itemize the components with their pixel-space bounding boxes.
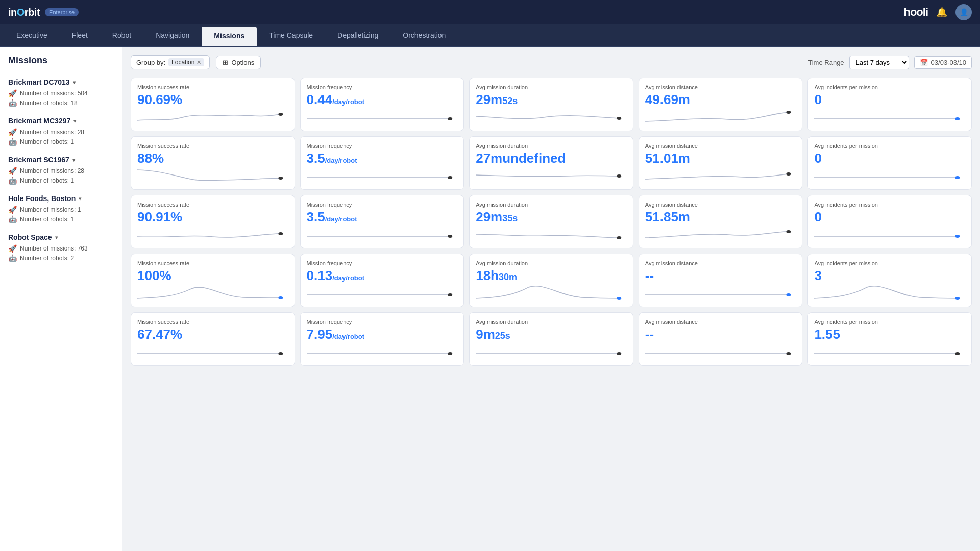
location-name-0[interactable]: Brickmart DC7013 ▾ — [8, 78, 114, 86]
tab-timecapsule[interactable]: Time Capsule — [257, 24, 325, 46]
metric-label-3-0: Mission success rate — [137, 260, 288, 266]
metric-card-4-3: Avg mission distance-- — [639, 312, 803, 366]
svg-point-11 — [448, 235, 452, 238]
svg-point-24 — [955, 352, 960, 355]
sidebar: Missions Brickmart DC7013 ▾ 🚀 Number of … — [0, 47, 122, 551]
metric-card-1-4: Avg incidents per mission0 — [807, 136, 972, 190]
metric-value-4-1: 7.95/day/robot — [307, 327, 458, 342]
suffix-val: /day/robot — [332, 333, 364, 340]
metric-value-2-3: 51.85m — [645, 210, 796, 224]
metric-card-1-1: Mission frequency3.5/day/robot — [300, 136, 464, 190]
close-group-icon[interactable]: ✕ — [197, 59, 201, 66]
location-label-2: Brickmart SC1967 — [8, 156, 69, 164]
metric-label-1-4: Avg incidents per mission — [814, 143, 965, 149]
metric-value-1-0: 88% — [137, 151, 288, 166]
metric-label-3-4: Avg incidents per mission — [814, 260, 965, 266]
metric-card-0-4: Avg incidents per mission0 — [807, 78, 972, 131]
tab-orchestration[interactable]: Orchestration — [390, 24, 458, 46]
sidebar-location-3: Hole Foods, Boston ▾ 🚀 Number of mission… — [0, 190, 122, 229]
value-main: 0.13 — [307, 268, 333, 283]
svg-point-7 — [617, 174, 622, 178]
chart-1-3 — [639, 165, 802, 185]
sidebar-location-0: Brickmart DC7013 ▾ 🚀 Number of missions:… — [0, 74, 122, 113]
metric-card-4-2: Avg mission duration9m25s — [469, 312, 633, 366]
metric-label-2-1: Mission frequency — [307, 202, 458, 208]
chevron-icon-0: ▾ — [73, 80, 76, 85]
robot-icon-2: 🤖 — [8, 177, 17, 185]
robots-label-0: Number of robots: 18 — [20, 99, 78, 107]
options-button[interactable]: ⊞ Options — [216, 56, 261, 69]
metric-value-4-0: 67.47% — [137, 327, 288, 342]
metric-card-2-3: Avg mission distance51.85m — [639, 195, 803, 248]
value-main: 88% — [137, 151, 164, 166]
location-missions-2: 🚀 Number of missions: 28 — [8, 167, 114, 175]
value-main: -- — [645, 327, 654, 342]
chart-4-4 — [808, 341, 971, 361]
avatar[interactable]: 👤 — [955, 4, 972, 20]
top-header: inOrbit Enterprise hooli 🔔 👤 — [0, 0, 980, 24]
svg-point-8 — [786, 172, 791, 176]
svg-point-5 — [278, 177, 283, 180]
nav-tabs: Executive Fleet Robot Navigation Mission… — [0, 24, 980, 47]
location-name-4[interactable]: Robot Space ▾ — [8, 233, 114, 241]
missions-label-0: Number of missions: 504 — [20, 90, 88, 97]
time-range-select[interactable]: Last 7 days Last 30 days Last 24 hours — [849, 56, 909, 69]
tab-robot[interactable]: Robot — [100, 24, 143, 46]
metric-label-1-3: Avg mission distance — [645, 143, 796, 149]
svg-point-20 — [278, 352, 283, 355]
tab-missions[interactable]: Missions — [202, 27, 257, 46]
bell-icon[interactable]: 🔔 — [936, 7, 947, 18]
suffix-val: /day/robot — [325, 215, 357, 223]
metric-label-0-1: Mission frequency — [307, 84, 458, 90]
location-missions-1: 🚀 Number of missions: 28 — [8, 128, 114, 136]
tab-navigation[interactable]: Navigation — [143, 24, 202, 46]
tab-fleet[interactable]: Fleet — [60, 24, 100, 46]
metric-card-2-2: Avg mission duration29m35s — [469, 195, 633, 248]
value-main: 0 — [814, 92, 821, 107]
value-main: 18h — [476, 268, 499, 283]
metric-value-3-0: 100% — [137, 268, 288, 283]
metric-label-0-4: Avg incidents per mission — [814, 84, 965, 90]
date-range[interactable]: 📅 03/03-03/10 — [914, 56, 972, 69]
value-main: 3.5 — [307, 151, 325, 166]
tab-depalletizing[interactable]: Depalletizing — [325, 24, 390, 46]
chart-2-4 — [808, 223, 971, 244]
metric-value-3-1: 0.13/day/robot — [307, 268, 458, 283]
svg-point-21 — [448, 352, 452, 355]
value-main: 3 — [814, 268, 821, 283]
metric-card-0-0: Mission success rate90.69% — [131, 78, 295, 131]
svg-point-17 — [617, 297, 622, 300]
suffix2-val: 30m — [499, 272, 517, 282]
location-label-1: Brickmart MC3297 — [8, 117, 70, 125]
missions-label-4: Number of missions: 763 — [20, 245, 88, 252]
tab-executive[interactable]: Executive — [4, 24, 60, 46]
metric-value-1-3: 51.01m — [645, 151, 796, 166]
value-main: 27mundefined — [476, 151, 566, 166]
metric-label-0-2: Avg mission duration — [476, 84, 627, 90]
svg-point-6 — [448, 176, 452, 179]
metric-card-4-0: Mission success rate67.47% — [131, 312, 295, 366]
svg-point-9 — [955, 176, 960, 179]
svg-point-10 — [278, 232, 283, 235]
date-range-value: 03/03-03/10 — [931, 59, 966, 66]
sidebar-location-2: Brickmart SC1967 ▾ 🚀 Number of missions:… — [0, 152, 122, 190]
metric-value-3-4: 3 — [814, 268, 965, 283]
metric-value-0-2: 29m52s — [476, 92, 627, 107]
chart-1-0 — [131, 165, 295, 185]
metric-card-3-1: Mission frequency0.13/day/robot — [300, 254, 464, 307]
metric-value-2-1: 3.5/day/robot — [307, 210, 458, 224]
metric-value-0-4: 0 — [814, 92, 965, 107]
location-name-3[interactable]: Hole Foods, Boston ▾ — [8, 194, 114, 203]
location-name-2[interactable]: Brickmart SC1967 ▾ — [8, 156, 114, 164]
location-missions-3: 🚀 Number of missions: 1 — [8, 206, 114, 214]
svg-point-19 — [955, 297, 960, 300]
location-robots-0: 🤖 Number of robots: 18 — [8, 99, 114, 107]
location-name-1[interactable]: Brickmart MC3297 ▾ — [8, 117, 114, 125]
robot-icon-4: 🤖 — [8, 254, 17, 262]
metric-value-2-0: 90.91% — [137, 210, 288, 224]
value-main: 1.55 — [814, 327, 840, 342]
metrics-container: Mission success rate90.69%Mission freque… — [131, 78, 972, 366]
logo: inOrbit — [8, 7, 40, 18]
group-by-button[interactable]: Group by: Location ✕ — [131, 55, 210, 69]
group-by-label: Group by: — [136, 59, 165, 66]
